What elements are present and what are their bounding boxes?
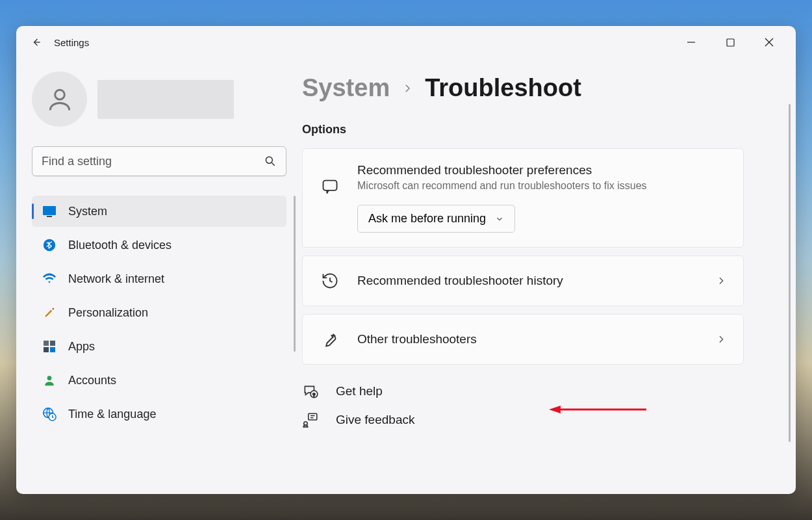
close-icon xyxy=(765,38,774,47)
svg-point-5 xyxy=(266,157,272,163)
sidebar: System Bluetooth & devices Network & int… xyxy=(16,58,302,494)
sidebar-item-network[interactable]: Network & internet xyxy=(32,263,286,294)
maximize-icon xyxy=(726,38,735,47)
card-other-troubleshooters[interactable]: Other troubleshooters xyxy=(302,314,744,365)
search-input[interactable] xyxy=(42,155,264,168)
get-help-link[interactable]: ? Get help xyxy=(302,383,772,400)
preference-dropdown[interactable]: Ask me before running xyxy=(357,205,515,233)
apps-icon xyxy=(42,339,57,354)
arrow-left-icon xyxy=(29,36,42,49)
chevron-right-icon xyxy=(401,81,413,96)
maximize-button[interactable] xyxy=(719,31,741,53)
avatar xyxy=(32,72,87,127)
card-troubleshooter-history[interactable]: Recommended troubleshooter history xyxy=(302,255,744,306)
svg-point-22 xyxy=(304,422,307,425)
sidebar-item-system[interactable]: System xyxy=(32,196,286,227)
link-label: Give feedback xyxy=(336,413,414,427)
sidebar-item-label: Apps xyxy=(68,340,95,354)
chevron-right-icon xyxy=(716,334,726,344)
svg-rect-1 xyxy=(727,39,734,46)
card-title: Recommended troubleshooter preferences xyxy=(357,163,726,177)
link-label: Get help xyxy=(336,384,383,398)
sidebar-item-label: System xyxy=(68,205,107,218)
card-recommended-preferences: Recommended troubleshooter preferences M… xyxy=(302,148,744,248)
svg-rect-7 xyxy=(43,206,56,215)
sidebar-item-accounts[interactable]: Accounts xyxy=(32,365,286,396)
wifi-icon xyxy=(42,272,57,286)
svg-rect-9 xyxy=(47,216,52,217)
section-label: Options xyxy=(302,123,772,136)
person-icon xyxy=(45,85,74,114)
sidebar-item-label: Personalization xyxy=(68,306,148,320)
dropdown-value: Ask me before running xyxy=(368,212,486,226)
minimize-icon xyxy=(687,38,696,47)
svg-rect-11 xyxy=(44,341,49,346)
chat-icon xyxy=(320,176,340,197)
svg-rect-21 xyxy=(309,413,317,420)
svg-point-4 xyxy=(55,90,64,99)
bluetooth-icon xyxy=(42,238,57,252)
sidebar-item-label: Time & language xyxy=(68,408,156,421)
sidebar-item-apps[interactable]: Apps xyxy=(32,331,286,362)
titlebar: Settings xyxy=(16,26,796,58)
svg-point-10 xyxy=(44,239,55,251)
history-icon xyxy=(320,270,340,291)
main-panel: System Troubleshoot Options Recommended … xyxy=(302,58,796,494)
card-description: Microsoft can recommend and run troubles… xyxy=(357,180,726,192)
back-button[interactable] xyxy=(23,36,49,49)
close-button[interactable] xyxy=(758,31,780,53)
minimize-button[interactable] xyxy=(680,31,702,53)
nav-list: System Bluetooth & devices Network & int… xyxy=(32,196,286,430)
card-title: Recommended troubleshooter history xyxy=(357,274,699,288)
svg-point-15 xyxy=(47,376,52,380)
user-panel[interactable] xyxy=(32,72,286,127)
sidebar-item-personalization[interactable]: Personalization xyxy=(32,297,286,328)
card-title: Other troubleshooters xyxy=(357,332,699,346)
feedback-icon xyxy=(302,411,319,428)
settings-window: Settings xyxy=(16,26,796,494)
breadcrumb-current: Troubleshoot xyxy=(425,74,581,102)
help-icon: ? xyxy=(302,383,319,400)
search-icon xyxy=(264,155,277,168)
search-box[interactable] xyxy=(32,146,286,176)
breadcrumb: System Troubleshoot xyxy=(302,74,772,102)
svg-text:?: ? xyxy=(312,392,316,398)
sidebar-item-bluetooth[interactable]: Bluetooth & devices xyxy=(32,229,286,261)
window-title: Settings xyxy=(54,37,89,48)
sidebar-item-label: Accounts xyxy=(68,374,116,387)
wrench-icon xyxy=(320,329,340,350)
svg-rect-13 xyxy=(44,347,49,352)
window-controls xyxy=(680,31,789,53)
svg-line-6 xyxy=(272,163,275,166)
sidebar-item-label: Bluetooth & devices xyxy=(68,239,171,252)
svg-rect-18 xyxy=(324,181,337,190)
chevron-down-icon xyxy=(495,214,504,224)
sidebar-item-label: Network & internet xyxy=(68,272,164,286)
brush-icon xyxy=(42,306,57,320)
give-feedback-link[interactable]: Give feedback xyxy=(302,411,772,428)
main-scrollbar[interactable] xyxy=(789,104,791,442)
svg-rect-12 xyxy=(50,341,55,346)
user-name-redacted xyxy=(97,80,234,119)
sidebar-item-time-language[interactable]: Time & language xyxy=(32,398,286,430)
breadcrumb-parent[interactable]: System xyxy=(302,74,390,102)
monitor-icon xyxy=(42,204,57,218)
svg-rect-14 xyxy=(50,347,55,352)
sidebar-scrollbar[interactable] xyxy=(294,196,296,352)
person-icon xyxy=(42,373,57,387)
chevron-right-icon xyxy=(716,276,726,286)
globe-clock-icon xyxy=(42,407,57,421)
